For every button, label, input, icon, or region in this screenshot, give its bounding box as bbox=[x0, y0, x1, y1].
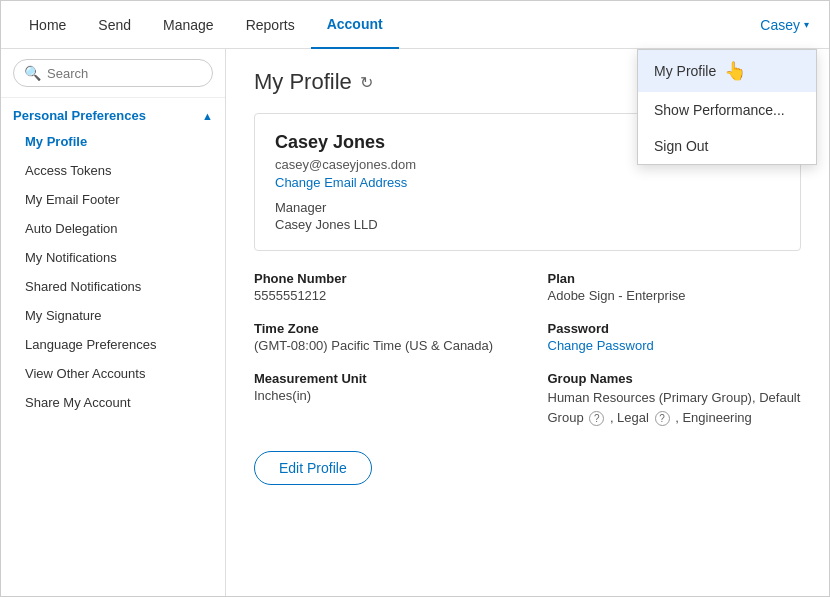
profile-company: Casey Jones LLD bbox=[275, 217, 780, 232]
sidebar-item-view-other-accounts[interactable]: View Other Accounts bbox=[13, 359, 213, 388]
dropdown-label-show-performance: Show Performance... bbox=[654, 102, 785, 118]
change-password-link[interactable]: Change Password bbox=[548, 338, 802, 353]
change-email-link[interactable]: Change Email Address bbox=[275, 175, 407, 190]
sidebar-item-shared-notifications[interactable]: Shared Notifications bbox=[13, 272, 213, 301]
detail-phone-label: Phone Number bbox=[254, 271, 508, 286]
dropdown-label-sign-out: Sign Out bbox=[654, 138, 708, 154]
detail-phone-value: 5555551212 bbox=[254, 288, 508, 303]
nav-caret-icon: ▾ bbox=[804, 19, 809, 30]
detail-plan-value: Adobe Sign - Enterprise bbox=[548, 288, 802, 303]
detail-groups-value: Human Resources (Primary Group), Default… bbox=[548, 388, 802, 427]
help-icon-legal-group[interactable]: ? bbox=[655, 411, 670, 426]
dropdown-item-show-performance[interactable]: Show Performance... bbox=[638, 92, 816, 128]
detail-phone: Phone Number 5555551212 bbox=[254, 271, 508, 303]
nav-account[interactable]: Account bbox=[311, 1, 399, 49]
refresh-icon[interactable]: ↻ bbox=[360, 73, 373, 92]
detail-timezone: Time Zone (GMT-08:00) Pacific Time (US &… bbox=[254, 321, 508, 353]
dropdown-item-my-profile[interactable]: My Profile 👆 bbox=[638, 50, 816, 92]
sidebar-personal-preferences-section: Personal Preferences ▲ My Profile Access… bbox=[1, 98, 225, 421]
sidebar-item-my-email-footer[interactable]: My Email Footer bbox=[13, 185, 213, 214]
search-box: 🔍 bbox=[1, 49, 225, 98]
nav-reports[interactable]: Reports bbox=[230, 1, 311, 49]
group-legal: , Legal bbox=[610, 410, 649, 425]
page-title-text: My Profile bbox=[254, 69, 352, 95]
detail-timezone-value: (GMT-08:00) Pacific Time (US & Canada) bbox=[254, 338, 508, 353]
group-engineering: , Engineering bbox=[675, 410, 752, 425]
help-icon-primary-group[interactable]: ? bbox=[589, 411, 604, 426]
detail-plan: Plan Adobe Sign - Enterprise bbox=[548, 271, 802, 303]
detail-timezone-label: Time Zone bbox=[254, 321, 508, 336]
detail-measurement: Measurement Unit Inches(in) bbox=[254, 371, 508, 427]
edit-profile-button[interactable]: Edit Profile bbox=[254, 451, 372, 485]
sidebar-section-header[interactable]: Personal Preferences ▲ bbox=[13, 108, 213, 123]
detail-plan-label: Plan bbox=[548, 271, 802, 286]
sidebar-item-auto-delegation[interactable]: Auto Delegation bbox=[13, 214, 213, 243]
detail-password: Password Change Password bbox=[548, 321, 802, 353]
user-dropdown-menu: My Profile 👆 Show Performance... Sign Ou… bbox=[637, 49, 817, 165]
detail-password-label: Password bbox=[548, 321, 802, 336]
nav-home[interactable]: Home bbox=[13, 1, 82, 49]
cursor-hand-icon: 👆 bbox=[724, 60, 746, 82]
sidebar-item-my-notifications[interactable]: My Notifications bbox=[13, 243, 213, 272]
dropdown-item-sign-out[interactable]: Sign Out bbox=[638, 128, 816, 164]
nav-user-label: Casey bbox=[760, 17, 800, 33]
sidebar-item-share-my-account[interactable]: Share My Account bbox=[13, 388, 213, 417]
top-nav: Home Send Manage Reports Account Casey ▾… bbox=[1, 1, 829, 49]
detail-groups: Group Names Human Resources (Primary Gro… bbox=[548, 371, 802, 427]
sidebar-item-my-profile[interactable]: My Profile bbox=[13, 127, 213, 156]
chevron-up-icon: ▲ bbox=[202, 110, 213, 122]
app-window: Home Send Manage Reports Account Casey ▾… bbox=[0, 0, 830, 597]
sidebar-section-label: Personal Preferences bbox=[13, 108, 146, 123]
details-grid: Phone Number 5555551212 Plan Adobe Sign … bbox=[254, 271, 801, 427]
nav-send[interactable]: Send bbox=[82, 1, 147, 49]
search-icon: 🔍 bbox=[24, 65, 41, 81]
profile-role: Manager bbox=[275, 200, 780, 215]
nav-manage[interactable]: Manage bbox=[147, 1, 230, 49]
detail-groups-label: Group Names bbox=[548, 371, 802, 386]
nav-user-menu[interactable]: Casey ▾ My Profile 👆 Show Performance...… bbox=[752, 1, 817, 49]
sidebar: 🔍 Personal Preferences ▲ My Profile Acce… bbox=[1, 49, 226, 596]
dropdown-label-my-profile: My Profile bbox=[654, 63, 716, 79]
sidebar-item-access-tokens[interactable]: Access Tokens bbox=[13, 156, 213, 185]
detail-measurement-label: Measurement Unit bbox=[254, 371, 508, 386]
group-primary: Human Resources (Primary Group), Default… bbox=[548, 390, 801, 425]
search-input[interactable] bbox=[47, 66, 202, 81]
detail-measurement-value: Inches(in) bbox=[254, 388, 508, 403]
search-wrap: 🔍 bbox=[13, 59, 213, 87]
sidebar-item-my-signature[interactable]: My Signature bbox=[13, 301, 213, 330]
sidebar-item-language-preferences[interactable]: Language Preferences bbox=[13, 330, 213, 359]
